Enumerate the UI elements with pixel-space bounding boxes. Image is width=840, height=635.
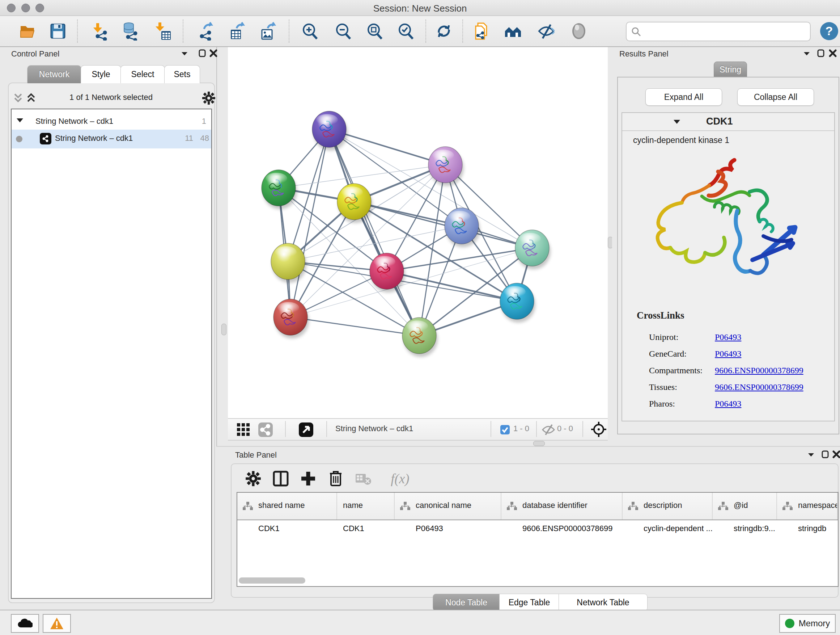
edge-CDC6-CCNB1[interactable] xyxy=(288,226,462,261)
table-horizontal-scrollbar[interactable] xyxy=(239,578,305,584)
search-input[interactable] xyxy=(626,22,811,41)
node-CDC6[interactable] xyxy=(445,208,480,247)
add-column-icon[interactable] xyxy=(297,468,319,489)
grid-view-icon[interactable] xyxy=(235,422,251,438)
node-CDK1[interactable] xyxy=(337,184,373,223)
crosslink-link[interactable]: 9606.ENSP00000378699 xyxy=(715,382,804,392)
edge-CCNA1-CDC25B[interactable] xyxy=(279,165,445,188)
help-icon[interactable]: ? xyxy=(819,21,839,41)
clone-network-icon[interactable] xyxy=(472,21,493,41)
warnings-button[interactable] xyxy=(43,614,71,633)
crosslink-link[interactable]: P06493 xyxy=(715,349,741,359)
zoom-out-icon[interactable] xyxy=(333,21,353,41)
fit-content-crosshair-icon[interactable] xyxy=(591,421,607,438)
edge-CCNA1-HIST1H1A[interactable] xyxy=(291,165,445,317)
cell-name[interactable]: CDK1 xyxy=(337,520,395,538)
column-header-namespace[interactable]: namespace xyxy=(777,493,838,519)
expand-all-button[interactable]: Expand All xyxy=(645,88,722,106)
panel-close-icon[interactable] xyxy=(209,49,218,57)
network-row-selected[interactable]: String Network – cdk1 11 48 xyxy=(11,130,211,149)
memory-button[interactable]: Memory xyxy=(779,614,836,633)
tab-select[interactable]: Select xyxy=(120,65,165,83)
crosslink-label: GeneCard: xyxy=(649,349,687,359)
import-table-icon[interactable] xyxy=(153,21,173,41)
export-table-icon[interactable] xyxy=(227,21,248,41)
export-image-icon[interactable] xyxy=(258,21,279,41)
node-card-header[interactable]: CDK1 xyxy=(622,113,834,131)
open-file-icon[interactable] xyxy=(18,21,38,41)
selected-checkbox-icon[interactable] xyxy=(500,424,510,435)
node-CCNB2[interactable] xyxy=(312,111,347,150)
node-table[interactable]: shared namenamecanonical namedatabase id… xyxy=(237,492,838,587)
panel-menu-icon[interactable] xyxy=(807,452,815,458)
export-network-icon[interactable] xyxy=(196,21,216,41)
node-CDKN1A[interactable] xyxy=(500,283,535,323)
save-session-icon[interactable] xyxy=(48,21,68,41)
cell-namespace[interactable]: stringdb xyxy=(777,520,838,538)
cell-description[interactable]: cyclin-dependent ... xyxy=(622,520,713,538)
collection-expand-icon[interactable] xyxy=(16,117,24,124)
cloud-status-button[interactable] xyxy=(11,614,39,633)
cell-shared-name[interactable]: CDK1 xyxy=(237,520,337,538)
node-RB1[interactable] xyxy=(515,230,551,269)
network-view-mode-icon[interactable] xyxy=(257,422,273,438)
string-network-graph[interactable]: CCNB2CCNA1CDC25BCDK1CDC6RB1CCNB1CCNA2CDK… xyxy=(228,47,608,418)
show-columns-icon[interactable] xyxy=(270,468,292,489)
node-CCNE1[interactable] xyxy=(402,318,438,357)
show-all-icon[interactable] xyxy=(569,21,589,41)
node-HIST1H1A[interactable] xyxy=(273,299,309,339)
edge-CCNE1-HIST1H1A[interactable] xyxy=(291,317,419,336)
panel-float-icon[interactable] xyxy=(817,49,825,57)
first-neighbors-icon[interactable] xyxy=(503,21,523,41)
tab-string[interactable]: String xyxy=(714,62,747,78)
delete-column-icon[interactable] xyxy=(325,468,347,489)
birds-eye-view-icon[interactable] xyxy=(298,422,314,438)
cell-database-identifier[interactable]: 9606.ENSP00000378699 xyxy=(501,520,622,538)
left-splitter-grip[interactable] xyxy=(221,324,226,335)
horizontal-splitter-grip[interactable] xyxy=(533,441,545,446)
import-network-database-icon[interactable] xyxy=(120,21,141,41)
crosslink-link[interactable]: P06493 xyxy=(715,399,741,409)
cell-canonical-name[interactable]: P06493 xyxy=(395,520,501,538)
panel-close-icon[interactable] xyxy=(832,450,840,459)
panel-close-icon[interactable] xyxy=(829,49,837,57)
panel-menu-icon[interactable] xyxy=(803,51,810,57)
crosslink-link[interactable]: P06493 xyxy=(715,333,741,342)
panel-float-icon[interactable] xyxy=(198,49,206,57)
hide-selected-icon[interactable] xyxy=(536,21,556,41)
tab-network[interactable]: Network xyxy=(27,65,81,83)
panel-menu-icon[interactable] xyxy=(181,51,188,57)
cell--id[interactable]: stringdb:9... xyxy=(713,520,777,538)
node-CDC25B[interactable] xyxy=(262,170,297,209)
zoom-fit-icon[interactable] xyxy=(364,21,385,41)
crosslink-link[interactable]: 9606.ENSP00000378699 xyxy=(715,366,804,375)
network-canvas[interactable]: CCNB2CCNA1CDC25BCDK1CDC6RB1CCNB1CCNA2CDK… xyxy=(228,47,608,418)
zoom-in-icon[interactable] xyxy=(300,21,320,41)
crosslink-row: Pharos:P06493 xyxy=(622,399,834,416)
column-header-shared-name[interactable]: shared name xyxy=(237,493,337,519)
column-header-database-identifier[interactable]: database identifier xyxy=(501,493,622,519)
edge-CCNB2-HIST1H1A[interactable] xyxy=(291,129,329,317)
edges-layer xyxy=(279,129,532,336)
tab-network-table[interactable]: Network Table xyxy=(559,594,647,611)
panel-float-icon[interactable] xyxy=(821,450,829,459)
node-CCNA2[interactable] xyxy=(370,253,405,293)
column-header-description[interactable]: description xyxy=(622,493,713,519)
collapse-section-icon[interactable] xyxy=(673,119,681,125)
tab-edge-table[interactable]: Edge Table xyxy=(499,594,559,611)
table-options-gear-icon[interactable] xyxy=(242,468,264,489)
network-options-gear-icon[interactable] xyxy=(202,91,216,105)
tab-node-table[interactable]: Node Table xyxy=(433,594,500,611)
import-network-file-icon[interactable] xyxy=(90,21,111,41)
column-header-name[interactable]: name xyxy=(337,493,395,519)
zoom-selected-icon[interactable] xyxy=(395,21,416,41)
tab-style[interactable]: Style xyxy=(81,65,121,83)
column-header-canonical-name[interactable]: canonical name xyxy=(395,493,501,519)
tab-sets[interactable]: Sets xyxy=(164,65,200,83)
edge-CDK1-RB1[interactable] xyxy=(354,202,532,248)
column-header--id[interactable]: @id xyxy=(713,493,777,519)
node-CCNA1[interactable] xyxy=(428,147,464,186)
collapse-all-button[interactable]: Collapse All xyxy=(737,88,814,106)
edge-RB1-CCNA2[interactable] xyxy=(387,248,532,271)
apply-layout-icon[interactable] xyxy=(434,21,454,41)
